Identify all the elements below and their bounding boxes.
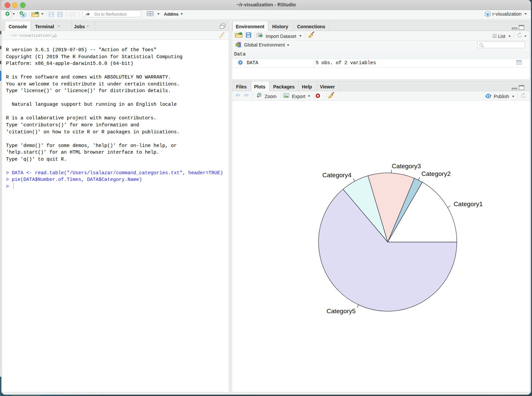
svg-text:Category1: Category1 [454, 200, 483, 207]
svg-text:Category5: Category5 [327, 308, 356, 315]
svg-text:Category3: Category3 [392, 163, 421, 170]
svg-text:Category4: Category4 [323, 172, 352, 179]
svg-text:Category2: Category2 [422, 170, 451, 177]
